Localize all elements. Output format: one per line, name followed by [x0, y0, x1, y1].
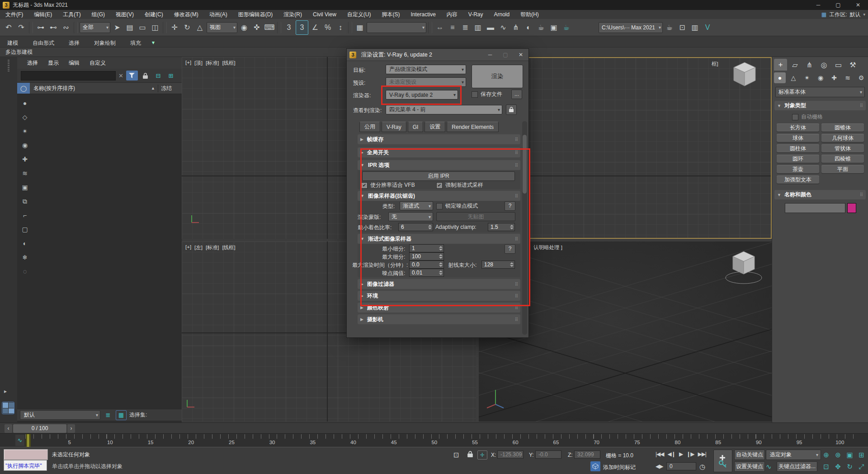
target-dropdown[interactable]: 产品级渲染模式 [386, 65, 466, 74]
display-shapes-icon[interactable]: ◇ [23, 114, 28, 123]
tab-motion[interactable]: ◎ [817, 59, 830, 71]
separator[interactable] [74, 22, 78, 33]
primitive-button[interactable]: 圆锥体 [821, 123, 864, 132]
max-render-time-spinner[interactable]: 0.0 [409, 261, 444, 269]
explorer-menu-item[interactable]: 自定义 [85, 59, 110, 67]
dialog-tab[interactable]: Render Elements [447, 122, 499, 132]
toggle-scene-explorer-icon[interactable]: ≣ [459, 21, 471, 34]
ribbon-tab[interactable]: 自由形式 [25, 38, 61, 47]
selection-filter-combo[interactable]: 全部 [80, 22, 110, 33]
tab-display[interactable]: ▭ [832, 59, 845, 71]
menu-item[interactable]: 修改器(M) [169, 11, 204, 18]
angle-snap-icon[interactable]: ∠ [309, 21, 321, 34]
close-button[interactable]: ✕ [848, 0, 868, 10]
rollout-global-switches[interactable]: ▶全局开关⠿ [358, 147, 520, 157]
minimize-button[interactable]: ─ [808, 0, 828, 10]
scrollbar-thumb[interactable] [523, 135, 527, 194]
schematic-view-icon[interactable]: ⋔ [510, 21, 522, 34]
tab-utilities[interactable]: ⚒ [846, 59, 859, 71]
viewport-label-fragment[interactable]: 认明暗处理 ] [533, 244, 562, 251]
render-button[interactable]: 渲染 [472, 65, 523, 88]
stack-icon[interactable]: ≣ [103, 411, 113, 420]
viewport-label[interactable]: [标准] [206, 244, 219, 251]
zoom-all-icon[interactable]: ⊛ [833, 450, 843, 460]
sampler-type-dropdown[interactable]: 渐进式 [400, 201, 433, 210]
menu-item[interactable]: 内容 [441, 11, 463, 18]
bind-to-space-warp-icon[interactable]: ∾ [60, 21, 72, 34]
display-all-toggle-icon[interactable]: ◯ [17, 83, 30, 94]
curve-editor-icon[interactable]: ∿ [497, 21, 509, 34]
rollout-name-and-color[interactable]: ▼ 名称和颜色 ⠿ [774, 190, 866, 199]
category-helpers-icon[interactable]: ✚ [828, 72, 840, 83]
time-tag-cube-icon[interactable] [590, 461, 600, 471]
enable-ipr-button[interactable]: 启用 IPR [362, 171, 515, 181]
tab-hierarchy[interactable]: ⋔ [803, 59, 816, 71]
explorer-preset-combo[interactable]: 默认 [20, 410, 100, 420]
toggle-layer-explorer-icon[interactable]: ▥ [472, 21, 484, 34]
dialog-tab[interactable]: 设置 [425, 122, 445, 132]
next-frame-button[interactable]: ❙▶ [684, 451, 696, 457]
menu-item[interactable]: V-Ray [463, 11, 489, 18]
primitive-button[interactable]: 管状体 [821, 144, 864, 152]
ribbon-tab[interactable]: 选择 [61, 38, 87, 47]
zoom-icon[interactable]: ⊕ [821, 450, 831, 460]
maxscript-mini-listener[interactable] [4, 449, 48, 460]
render-mask-dropdown[interactable]: 无 [388, 212, 433, 221]
rectangular-selection-region-icon[interactable]: ▭ [137, 21, 148, 34]
primitive-button[interactable]: 几何球体 [821, 134, 864, 142]
named-selection-sets-combo[interactable] [367, 22, 426, 33]
save-file-checkbox[interactable] [472, 91, 478, 98]
display-lights-icon[interactable]: ✴ [22, 128, 28, 137]
viewport-label[interactable]: [线框] [222, 244, 235, 251]
frame-step-toggle-icon[interactable]: ◀▶ [654, 463, 665, 469]
set-keys-big-button[interactable] [713, 450, 732, 472]
redo-button[interactable]: ↷ [15, 21, 27, 34]
display-bones-icon[interactable]: ⌐ [23, 212, 27, 221]
explorer-menu-item[interactable]: 显示 [43, 59, 63, 67]
rollout-progressive-sampler[interactable]: ▼渐进式图像采样器⠿ [358, 234, 520, 244]
primitive-button[interactable]: 四棱锥 [821, 155, 864, 163]
pan-icon[interactable]: ✥ [833, 461, 843, 472]
menu-item[interactable]: 脚本(S) [376, 11, 405, 18]
category-systems-icon[interactable]: ⚙ [855, 72, 867, 83]
zoom-region-icon[interactable]: ⊡ [821, 461, 831, 472]
primitive-button[interactable]: 圆环 [777, 155, 819, 163]
select-by-name-icon[interactable]: ▤ [124, 21, 136, 34]
key-mode-toggle-icon[interactable]: ∿ [766, 463, 772, 471]
explorer-menu-item[interactable]: 选择 [23, 59, 42, 67]
rollout-ipr-options[interactable]: ▼IPR 选项⠿ [358, 160, 520, 170]
ribbon-config-icon[interactable]: ▾ [148, 38, 158, 47]
auto-key-button[interactable]: 自动关键点 [734, 450, 765, 460]
menu-item[interactable]: 工具(T) [57, 11, 86, 18]
previous-frame-button[interactable]: ◀❙ [666, 451, 677, 457]
viewport-label[interactable]: [顶] [194, 60, 203, 66]
menu-item[interactable]: Arnold [489, 11, 515, 18]
category-cameras-icon[interactable]: ◉ [815, 72, 826, 83]
min-shading-rate-spinner[interactable]: 6 [398, 223, 433, 231]
render-production-icon[interactable]: ☕ [561, 21, 572, 34]
dialog-tab[interactable]: GI [408, 122, 424, 132]
project-folder-combo[interactable]: C:\Users\··· Max 2021 [599, 22, 663, 33]
frozen-column-header[interactable]: 冻结 [158, 85, 182, 92]
rollout-image-filter[interactable]: ▶图像过滤器⠿ [358, 279, 520, 289]
maxscript-result[interactable]: "执行脚本完毕" [4, 460, 47, 471]
viewport-label[interactable]: [+] [185, 60, 191, 66]
display-materials-icon[interactable]: ◐ [23, 240, 27, 249]
name-column-header[interactable]: 名称(按升序排序) [33, 85, 151, 92]
lock-noise-pattern-checkbox[interactable] [436, 203, 443, 209]
tab-create[interactable]: ＋ [774, 59, 787, 71]
category-geometry-icon[interactable]: ● [774, 72, 786, 83]
separator[interactable] [29, 22, 33, 33]
next-frame-arrow[interactable]: › [67, 424, 75, 433]
snaps-toggle-3d-icon[interactable]: 3 [296, 20, 308, 35]
min-subdivs-spinner[interactable]: 1 [409, 244, 444, 252]
category-lights-icon[interactable]: ✴ [801, 72, 813, 83]
rollout-grip-icon[interactable]: ⠿ [860, 192, 863, 197]
autogrid-checkbox[interactable] [792, 114, 798, 120]
primitive-button[interactable]: 圆柱体 [777, 144, 819, 152]
menu-item[interactable]: 动画(A) [204, 11, 233, 18]
menu-item[interactable]: 视图(V) [110, 11, 139, 18]
spinner-snap-icon[interactable]: ↕ [335, 21, 346, 34]
time-slider-handle[interactable]: 0 / 100 [13, 424, 66, 433]
ribbon-tab[interactable]: 对象绘制 [87, 38, 123, 47]
